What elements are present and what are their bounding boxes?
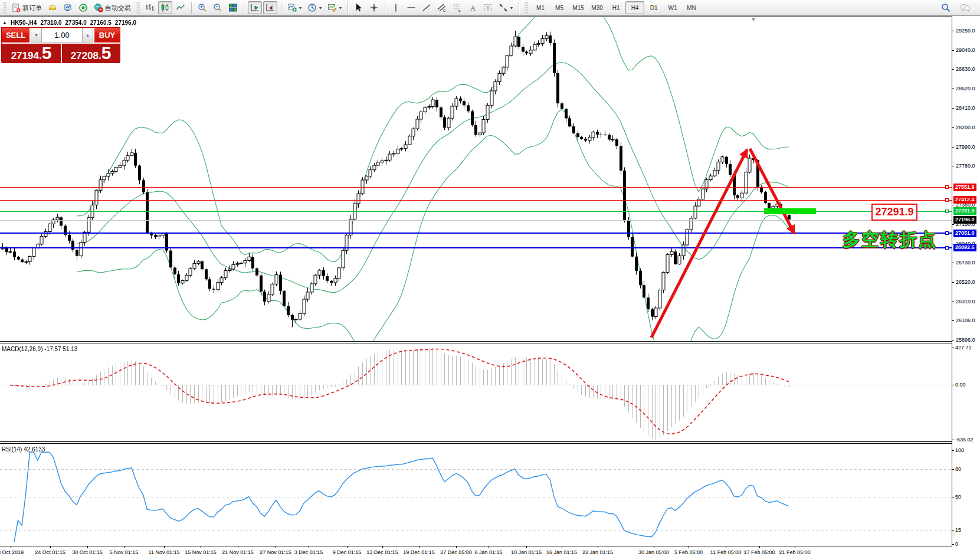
rsi-pane-canvas[interactable] <box>0 444 952 546</box>
zoom-in-icon <box>198 3 207 12</box>
signal-button[interactable] <box>76 1 90 14</box>
market-watch-button[interactable] <box>61 1 75 14</box>
tile-windows-icon <box>228 3 238 12</box>
svg-text:T: T <box>486 5 490 11</box>
price-tick-label: 29250.0 <box>956 28 975 34</box>
periods-button[interactable]: ▾ <box>305 1 324 14</box>
line-chart-button[interactable] <box>173 1 188 14</box>
timeframe-m30-button[interactable]: M30 <box>588 1 607 14</box>
price-tick-label: 28410.0 <box>956 105 975 111</box>
tile-windows-button[interactable] <box>226 1 240 14</box>
line-anchor-handle[interactable] <box>945 198 949 202</box>
svg-text:A: A <box>470 4 476 12</box>
volume-increase-button[interactable]: ▲ <box>82 28 93 42</box>
candlestick-chart-button[interactable] <box>158 1 172 14</box>
main-chart-canvas[interactable] <box>0 17 952 341</box>
candlestick-icon <box>160 3 170 12</box>
monitor-icon <box>63 3 73 12</box>
cn-annotation-text[interactable]: 多空转折点 <box>843 228 937 252</box>
auto-scroll-button[interactable] <box>248 1 262 14</box>
timeframe-d1-button[interactable]: D1 <box>644 1 663 14</box>
price-line-27412.4[interactable] <box>0 200 952 201</box>
timeframe-h4-button[interactable]: H4 <box>625 1 644 14</box>
line-anchor-handle[interactable] <box>945 209 949 213</box>
template-icon <box>327 3 337 12</box>
price-line-26892.5[interactable] <box>0 247 952 248</box>
price-line-27051[interactable] <box>0 232 952 234</box>
timeframe-h1-button[interactable]: H1 <box>607 1 625 14</box>
time-tick-label: 17 Feb 05:00 <box>743 549 775 555</box>
price-line-27196[interactable] <box>0 220 952 221</box>
timeframe-m15-button[interactable]: M15 <box>569 1 588 14</box>
auto-trading-button[interactable]: 自动交易 <box>91 1 133 14</box>
time-tick-label: 27 Nov 01:15 <box>260 549 291 555</box>
channel-tool[interactable]: E <box>435 1 449 14</box>
line-anchor-handle[interactable] <box>945 231 949 235</box>
toolbar-grip[interactable] <box>136 2 140 13</box>
timeframe-w1-button[interactable]: W1 <box>663 1 682 14</box>
price-tick-label: 28830.0 <box>956 66 975 72</box>
time-tick <box>654 546 654 548</box>
indicators-button[interactable]: ▾ <box>285 1 304 14</box>
axis-tick <box>952 50 954 51</box>
line-anchor-handle[interactable] <box>945 185 949 189</box>
templates-button[interactable]: ▾ <box>325 1 344 14</box>
search-button[interactable] <box>939 1 953 14</box>
axis-tick <box>952 302 954 302</box>
arrows-tool[interactable]: ▾ <box>496 1 515 14</box>
line-anchor-handle[interactable] <box>945 246 949 250</box>
axis-tick <box>952 340 954 340</box>
time-tick <box>201 546 201 548</box>
timeframe-m5-button[interactable]: M5 <box>550 1 569 14</box>
pane-separator[interactable] <box>0 341 952 342</box>
cursor-button[interactable] <box>352 1 366 14</box>
timeframe-mn-button[interactable]: MN <box>682 1 701 14</box>
time-tick <box>382 546 383 548</box>
sell-price[interactable]: 27194.5 <box>2 44 62 63</box>
text-label-tool[interactable]: T <box>481 1 495 14</box>
text-tool[interactable]: A <box>466 1 480 14</box>
price-tick-label: 26106.0 <box>956 317 975 323</box>
bar-chart-button[interactable] <box>143 1 157 14</box>
time-tick <box>489 546 489 548</box>
support-highlight-bar[interactable] <box>764 208 816 214</box>
axis-tick <box>952 224 954 225</box>
buy-price[interactable]: 27208.5 <box>62 44 120 63</box>
chat-button[interactable] <box>958 1 973 14</box>
price-callout-box[interactable]: 27291.9 <box>871 204 917 221</box>
collapse-quote-icon[interactable]: ▲ <box>2 20 7 25</box>
fibonacci-tool[interactable]: F <box>450 1 464 14</box>
zoom-in-button[interactable] <box>195 1 209 14</box>
sell-button[interactable]: SELL <box>2 28 31 42</box>
toolbar-grip[interactable] <box>3 2 6 13</box>
svg-text:F: F <box>458 9 461 13</box>
time-tick-label: 22 Jan 01:15 <box>582 549 613 555</box>
macd-pane-canvas[interactable] <box>0 343 952 441</box>
gold-button[interactable] <box>45 1 60 14</box>
buy-button[interactable]: BUY <box>93 28 120 42</box>
pane-separator[interactable] <box>0 441 952 442</box>
axis-tick <box>952 263 954 263</box>
axis-tick <box>952 69 954 70</box>
pane-separator[interactable] <box>0 343 952 343</box>
gold-ingot-icon <box>48 3 57 12</box>
new-order-button[interactable]: 新订单 <box>9 1 44 14</box>
chart-top-border <box>0 17 952 17</box>
crosshair-button[interactable] <box>367 1 381 14</box>
price-line-27551.9[interactable] <box>0 187 952 188</box>
volume-decrease-button[interactable]: ▼ <box>31 28 42 42</box>
time-tick <box>87 546 88 548</box>
axis-tick <box>952 166 954 166</box>
zoom-out-button[interactable] <box>211 1 225 14</box>
pane-separator[interactable] <box>0 443 952 444</box>
trendline-tool[interactable] <box>419 1 434 14</box>
chart-shift-button[interactable] <box>263 1 277 14</box>
horizontal-line-tool[interactable] <box>404 1 418 14</box>
volume-value[interactable]: 1.00 <box>42 28 82 42</box>
vertical-line-tool[interactable] <box>389 1 403 14</box>
time-tick <box>309 546 309 548</box>
rsi-axis-label: 80 <box>955 466 961 472</box>
timeframe-m1-button[interactable]: M1 <box>531 1 550 14</box>
time-tick <box>526 546 527 548</box>
toolbar-grip[interactable] <box>525 2 528 13</box>
